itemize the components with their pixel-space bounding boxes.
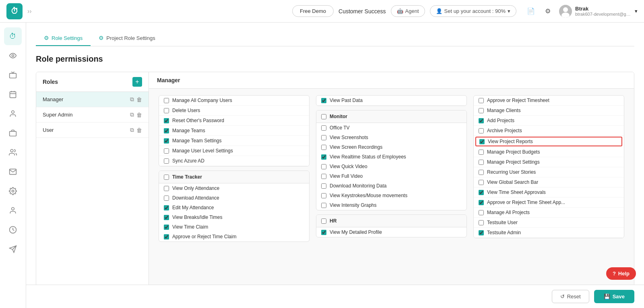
reset-button[interactable]: ↺ Reset [552,290,589,303]
delete-role-super-admin[interactable]: 🗑 [136,111,142,118]
perm-sync-azure-ad: Sync Azure AD [159,156,309,166]
checkbox-edit-my-attendance[interactable] [164,205,169,210]
page-title: Role permissions [36,54,634,64]
checkbox-approve-reject-timesheet[interactable] [479,98,484,103]
sidebar-item-calendar[interactable] [4,85,22,103]
checkbox-view-realtime-status[interactable] [321,154,326,160]
checkbox-manage-project-budgets[interactable] [479,150,484,155]
permissions-area: Manager Manage All Company Users Delete … [149,72,634,308]
nav-icons: 📄 ⚙ [524,5,554,18]
checkbox-time-tracker-all[interactable] [164,175,169,180]
checkbox-view-past-data[interactable] [321,98,326,103]
checkbox-view-only-attendance[interactable] [164,186,169,191]
document-icon[interactable]: 📄 [524,5,537,18]
sidebar-item-users[interactable] [4,144,22,161]
perm-view-time-claim: View Time Claim [159,222,309,232]
checkbox-view-intensity-graphs[interactable] [321,203,326,208]
checkbox-view-screenshots[interactable] [321,135,326,140]
perm-manage-team-settings: Manage Team Settings [159,136,309,146]
checkbox-approve-reject-time-claim[interactable] [164,234,169,239]
checkbox-manage-user-level-settings[interactable] [164,148,169,154]
checkbox-add-projects[interactable] [479,118,484,123]
checkbox-reset-others-password[interactable] [164,118,169,123]
copy-role-user[interactable]: ⧉ [130,127,134,133]
role-item-super-admin[interactable]: Super Admin ⧉ 🗑 [36,107,149,123]
user-info[interactable]: Btrak btrak607-development@gm... ▾ [559,5,638,18]
nav-dots: ›› [27,8,32,15]
perm-office-tv: Office TV [316,123,466,133]
checkbox-download-attendance[interactable] [164,196,169,201]
help-button[interactable]: ? Help [606,267,636,280]
checkbox-manage-all-company-users[interactable] [164,98,169,103]
checkbox-view-time-sheet-approvals[interactable] [479,190,484,195]
perm-recurring-user-stories: Recurring User Stories [474,167,624,177]
copy-role-super-admin[interactable]: ⧉ [130,111,134,118]
delete-role-user[interactable]: 🗑 [136,127,142,133]
sidebar-item-briefcase[interactable] [4,124,22,142]
sidebar-item-eye[interactable] [4,47,22,65]
user-email: btrak607-development@gm... [575,12,632,17]
perm-view-screen-recordings: View Screen Recordings [316,142,466,152]
checkbox-view-project-reports[interactable] [479,139,485,144]
time-tracker-header: Time Tracker [159,171,309,183]
checkbox-sync-azure-ad[interactable] [164,158,169,164]
sidebar-item-tv[interactable] [4,66,22,84]
role-item-user[interactable]: User ⧉ 🗑 [36,123,149,138]
sidebar-item-timer[interactable]: ⏱ [4,27,22,45]
bottom-bar: ↺ Reset 💾 Save [26,285,644,308]
save-button[interactable]: 💾 Save [594,290,634,303]
checkbox-download-monitoring-data[interactable] [321,183,326,189]
copy-role-manager[interactable]: ⧉ [130,96,134,103]
sidebar-item-person[interactable] [4,202,22,219]
setup-button[interactable]: 👤 Set up your account : 90% ▾ [430,5,516,17]
sidebar-item-user[interactable] [4,105,22,123]
tab-role-settings[interactable]: ⚙ Role Settings [36,31,91,46]
checkbox-view-breaks-idle-times[interactable] [164,215,169,220]
checkbox-delete-users[interactable] [164,108,169,113]
perm-archive-projects: Archive Projects [474,126,624,136]
settings-icon[interactable]: ⚙ [541,5,554,18]
checkbox-hr-all[interactable] [321,219,326,224]
sidebar: ⏱ [0,23,26,308]
checkbox-recurring-user-stories[interactable] [479,170,484,175]
checkbox-monitor-all[interactable] [321,114,326,119]
checkbox-office-tv[interactable] [321,125,326,131]
svg-rect-4 [10,73,17,78]
checkbox-testsuite-admin[interactable] [479,230,484,235]
checkbox-view-my-detailed-profile[interactable] [321,230,326,235]
checkbox-view-quick-video[interactable] [321,164,326,169]
checkbox-view-time-claim[interactable] [164,225,169,230]
perm-add-projects: Add Projects [474,116,624,126]
agent-button[interactable]: 🤖 Agent [391,5,425,17]
checkbox-view-keystrokes[interactable] [321,193,326,198]
free-demo-button[interactable]: Free Demo [292,5,334,17]
perm-approve-reject-timesheet: Approve or Reject Timesheet [474,96,624,106]
checkbox-archive-projects[interactable] [479,128,484,133]
perm-view-time-sheet-approvals: View Time Sheet Approvals [474,187,624,198]
tab-project-role-settings[interactable]: ⚙ Project Role Settings [91,31,163,46]
checkbox-view-full-video[interactable] [321,174,326,179]
checkbox-view-screen-recordings[interactable] [321,145,326,150]
sidebar-item-clock[interactable] [4,221,22,239]
checkbox-manage-all-projects[interactable] [479,210,484,215]
roles-panel: Roles + Manager ⧉ 🗑 Super Admin ⧉ 🗑 User [36,72,149,308]
checkbox-manage-teams[interactable] [164,128,169,133]
sidebar-item-mail[interactable] [4,163,22,181]
sidebar-item-send[interactable] [4,240,22,258]
delete-role-manager[interactable]: 🗑 [136,96,142,103]
checkbox-manage-team-settings[interactable] [164,138,169,144]
monitor-header: Monitor [316,110,466,123]
checkbox-approve-reject-time-sheet-app[interactable] [479,200,484,205]
checkbox-testsuite-user[interactable] [479,220,484,225]
add-role-button[interactable]: + [132,77,142,87]
checkbox-manage-clients[interactable] [479,108,484,113]
checkbox-manage-project-settings[interactable] [479,160,484,165]
checkbox-view-global-search-bar[interactable] [479,180,484,185]
app-logo[interactable]: ⏱ [6,3,23,19]
sidebar-item-settings[interactable] [4,182,22,200]
perm-view-screenshots: View Screenshots [316,133,466,142]
role-settings-icon: ⚙ [44,35,49,41]
role-actions-manager: ⧉ 🗑 [130,96,142,103]
top-nav: ⏱ ›› Free Demo Customer Success 🤖 Agent … [0,0,644,23]
role-item-manager[interactable]: Manager ⧉ 🗑 [36,92,149,107]
